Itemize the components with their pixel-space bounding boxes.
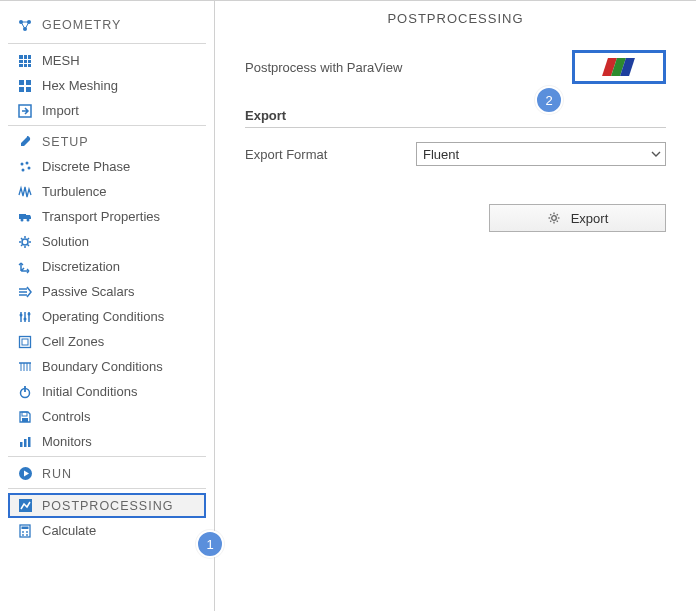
sidebar-item-cellzones[interactable]: Cell Zones [8,329,206,354]
export-button[interactable]: Export [489,204,666,232]
svg-line-69 [556,214,557,215]
svg-line-68 [550,221,551,222]
wrench-icon [14,135,36,149]
sidebar-item-discrete[interactable]: Discrete Phase [8,154,206,179]
sidebar-item-boundary[interactable]: Boundary Conditions [8,354,206,379]
sidebar-item-transport[interactable]: Transport Properties [8,204,206,229]
hex-icon [14,79,36,93]
svg-line-31 [21,244,23,246]
wave-icon [14,185,36,199]
sidebar-item-label: Turbulence [42,184,107,199]
sidebar-item-initial[interactable]: Initial Conditions [8,379,206,404]
section-geometry-label: GEOMETRY [42,18,121,32]
play-icon [14,466,36,481]
section-run-label: RUN [42,467,72,481]
sidebar-item-label: Monitors [42,434,92,449]
sidebar-item-controls[interactable]: Controls [8,404,206,429]
paraview-label: Postprocess with ParaView [245,60,572,75]
annotation-badge-2: 2 [535,86,563,114]
content-pane: POSTPROCESSING Postprocess with ParaView… [215,1,696,611]
sidebar-item-label: Initial Conditions [42,384,137,399]
sidebar-item-label: Operating Conditions [42,309,164,324]
svg-point-57 [22,531,24,533]
sidebar-item-label: Import [42,103,79,118]
sidebar-item-label: MESH [42,53,80,68]
svg-rect-14 [19,87,24,92]
annotation-badge-1: 1 [196,530,224,558]
gear-icon [14,235,36,249]
chevron-down-icon [651,149,661,159]
section-geometry[interactable]: GEOMETRY [8,9,206,41]
divider [8,488,206,489]
svg-point-18 [26,161,29,164]
svg-point-24 [22,239,28,245]
export-format-select[interactable]: Fluent [416,142,666,166]
sidebar-item-postprocessing[interactable]: POSTPROCESSING [8,493,206,518]
sidebar-item-discretization[interactable]: Discretization [8,254,206,279]
svg-rect-39 [20,336,31,347]
svg-point-38 [28,312,31,315]
svg-rect-51 [24,439,27,447]
svg-point-17 [21,162,24,165]
sidebar-item-mesh[interactable]: MESH [8,48,206,73]
svg-point-61 [551,216,556,221]
sidebar-item-label: Discrete Phase [42,159,130,174]
boundary-icon [14,360,36,374]
svg-point-22 [21,218,24,221]
svg-point-20 [22,168,25,171]
svg-line-67 [556,221,557,222]
svg-rect-10 [24,64,27,67]
svg-rect-6 [19,60,23,63]
svg-rect-15 [26,87,31,92]
svg-rect-21 [19,214,26,219]
sidebar-item-import[interactable]: Import [8,98,206,123]
zone-icon [14,335,36,349]
svg-rect-50 [20,442,23,447]
flow-icon [14,285,36,299]
export-heading: Export [245,108,666,123]
chart-icon [14,435,36,449]
arrows-icon [14,260,36,274]
divider [245,127,666,128]
sidebar-item-calculate[interactable]: Calculate [8,518,206,543]
sidebar-item-label: Transport Properties [42,209,160,224]
sidebar-item-label: Controls [42,409,90,424]
particles-icon [14,160,36,174]
svg-point-37 [24,317,27,320]
svg-point-36 [20,313,23,316]
svg-rect-8 [28,60,31,63]
svg-rect-40 [22,339,28,345]
svg-point-58 [26,531,28,533]
grid-icon [14,54,36,68]
sidebar-item-label: Hex Meshing [42,78,118,93]
sidebar-item-hexmesh[interactable]: Hex Meshing [8,73,206,98]
export-format-value: Fluent [423,147,459,162]
svg-point-60 [26,534,28,536]
sidebar-item-solution[interactable]: Solution [8,229,206,254]
sidebar-item-label: Boundary Conditions [42,359,163,374]
svg-rect-5 [28,55,31,59]
sidebar-item-passive[interactable]: Passive Scalars [8,279,206,304]
svg-line-30 [28,244,30,246]
svg-rect-13 [26,80,31,85]
sidebar: GEOMETRY MESH Hex Meshing Import [0,1,215,611]
export-format-label: Export Format [245,147,400,162]
divider [8,43,206,44]
geometry-icon [14,17,36,33]
section-setup[interactable]: SETUP [8,130,206,154]
svg-rect-9 [19,64,23,67]
sidebar-item-label: POSTPROCESSING [42,499,173,513]
sliders-icon [14,310,36,324]
paraview-button[interactable] [572,50,666,84]
gear-icon [547,211,561,225]
sidebar-item-label: Discretization [42,259,120,274]
sidebar-item-turbulence[interactable]: Turbulence [8,179,206,204]
svg-rect-56 [22,526,29,529]
section-run[interactable]: RUN [8,461,206,486]
paraview-logo-icon [605,58,633,76]
export-button-label: Export [571,211,609,226]
section-setup-label: SETUP [42,135,89,149]
sidebar-item-operating[interactable]: Operating Conditions [8,304,206,329]
sidebar-item-monitors[interactable]: Monitors [8,429,206,454]
sidebar-item-label: Passive Scalars [42,284,134,299]
